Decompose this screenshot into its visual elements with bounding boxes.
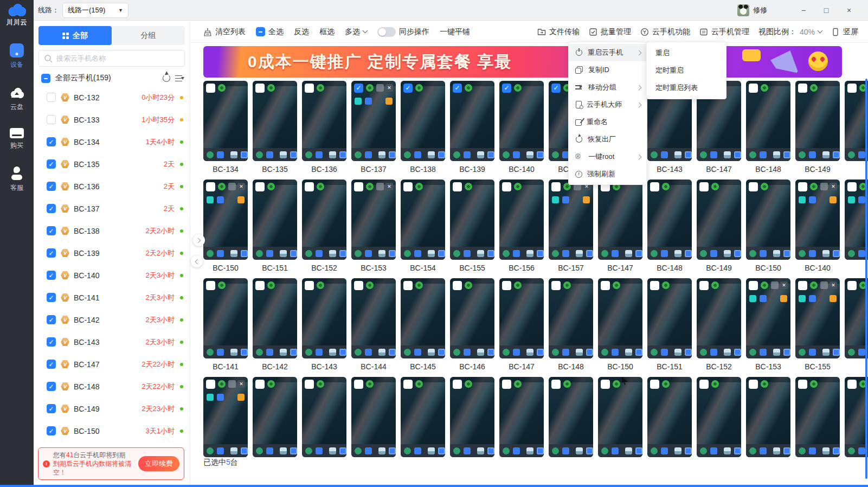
phone-thumbnail[interactable] (549, 377, 593, 457)
device-checkbox[interactable] (47, 360, 56, 369)
device-checkbox[interactable] (47, 93, 56, 102)
tab-all[interactable]: 全部 (38, 26, 112, 45)
cell-checkbox[interactable] (354, 380, 363, 389)
phone-thumbnail[interactable] (401, 377, 445, 457)
phone-thumbnail[interactable] (499, 180, 544, 260)
horizontal-scrollbar[interactable] (0, 485, 868, 487)
device-checkbox[interactable] (47, 404, 56, 413)
cell-checkbox[interactable] (749, 281, 758, 290)
phone-thumbnail[interactable] (450, 377, 494, 457)
cell-checkbox[interactable] (453, 84, 462, 93)
device-checkbox[interactable] (47, 182, 56, 191)
phone-thumbnail[interactable] (401, 278, 445, 358)
cell-checkbox[interactable] (403, 380, 413, 389)
close-icon[interactable]: ✕ (385, 84, 393, 92)
cell-checkbox[interactable] (749, 380, 758, 389)
phone-thumbnail[interactable]: ✕ (549, 180, 593, 260)
cell-checkbox[interactable] (502, 380, 511, 389)
phone-thumbnail[interactable] (697, 278, 741, 358)
device-list-item[interactable]: VBC-1472天22小时 (34, 353, 190, 375)
phone-thumbnail[interactable]: ✕ (351, 180, 396, 260)
cell-checkbox[interactable] (453, 182, 462, 191)
cell-checkbox[interactable] (255, 281, 265, 290)
cell-checkbox[interactable] (551, 380, 561, 389)
sync-toggle[interactable] (377, 27, 396, 37)
phone-thumbnail[interactable] (598, 377, 642, 457)
device-checkbox[interactable] (47, 293, 56, 302)
device-list-item[interactable]: VBC-1362天 (34, 175, 190, 197)
select-all-checkbox[interactable] (41, 74, 50, 83)
cell-checkbox[interactable] (305, 182, 314, 191)
invert-select-button[interactable]: 反选 (294, 27, 309, 37)
close-icon[interactable]: ✕ (385, 183, 393, 190)
device-list-item[interactable]: VBC-1320小时23分 (34, 86, 190, 108)
cell-checkbox[interactable] (601, 281, 610, 290)
phone-thumbnail[interactable] (450, 81, 494, 161)
close-button[interactable]: × (838, 6, 860, 15)
phone-thumbnail[interactable] (499, 278, 544, 358)
cell-checkbox[interactable] (699, 281, 709, 290)
menu-item[interactable]: 一键root (569, 148, 646, 165)
cell-checkbox[interactable] (354, 182, 363, 191)
device-checkbox[interactable] (47, 337, 56, 347)
device-checkbox[interactable] (47, 248, 56, 258)
cell-checkbox[interactable] (403, 182, 413, 191)
device-checkbox[interactable] (47, 204, 56, 213)
phone-thumbnail[interactable] (253, 278, 297, 358)
cell-checkbox[interactable] (403, 281, 413, 290)
submenu-item[interactable]: 重启 (647, 44, 726, 62)
phone-thumbnail[interactable] (845, 180, 868, 260)
phone-thumbnail[interactable] (697, 180, 741, 260)
cell-checkbox[interactable] (502, 281, 511, 290)
cell-checkbox[interactable] (453, 281, 462, 290)
phone-thumbnail[interactable] (351, 377, 396, 457)
tile-button[interactable]: 一键平铺 (440, 27, 470, 37)
device-list-item[interactable]: VBC-1352天 (34, 153, 190, 175)
device-checkbox[interactable] (47, 426, 56, 435)
device-list-item[interactable]: VBC-1503天1小时 (34, 420, 190, 442)
cell-checkbox[interactable] (502, 182, 511, 191)
phone-thumbnail[interactable] (795, 81, 840, 161)
phone-thumbnail[interactable]: ✕ (746, 278, 790, 358)
close-icon[interactable]: ✕ (237, 183, 245, 190)
phone-thumbnail[interactable] (401, 180, 445, 260)
phone-thumbnail[interactable]: ✕ (795, 278, 840, 358)
sidebar-item-support[interactable]: 客服 (10, 166, 24, 193)
portrait-button[interactable]: 竖屏 (831, 27, 858, 37)
phone-thumbnail[interactable] (253, 81, 297, 161)
cell-checkbox[interactable] (798, 281, 807, 290)
device-list-item[interactable]: VBC-1492天23小时 (34, 398, 190, 420)
menu-item[interactable]: 强制刷新 (569, 165, 646, 183)
cell-checkbox[interactable] (749, 182, 758, 191)
phone-thumbnail[interactable] (351, 278, 396, 358)
device-list-item[interactable]: VBC-1331小时35分 (34, 108, 190, 131)
file-transfer-button[interactable]: 文件传输 (537, 27, 580, 37)
phone-thumbnail[interactable] (549, 278, 593, 358)
promo-banner[interactable]: 0成本一键推广 定制专属套餐 享最 (203, 46, 842, 78)
phone-thumbnail[interactable] (795, 377, 840, 457)
phone-thumbnail[interactable] (697, 377, 741, 457)
renew-button[interactable]: 立即续费 (138, 456, 179, 471)
phone-features-button[interactable]: 云手机功能 (640, 27, 690, 37)
cell-checkbox[interactable] (255, 182, 265, 191)
cell-checkbox[interactable] (206, 182, 215, 191)
phone-thumbnail[interactable] (302, 278, 346, 358)
line-select[interactable]: 线路一(159) ▼ (62, 3, 128, 18)
phone-thumbnail[interactable] (746, 81, 790, 161)
phone-manage-button[interactable]: 云手机管理 (699, 27, 749, 37)
menu-item[interactable]: 重启云手机 (569, 44, 646, 61)
vertical-scrollbar[interactable] (865, 79, 867, 479)
cell-checkbox[interactable] (305, 380, 314, 389)
clear-list-button[interactable]: 清空列表 (203, 27, 246, 37)
device-list-item[interactable]: VBC-1402天3小时 (34, 264, 190, 286)
expand-panel-button[interactable] (193, 234, 205, 246)
close-icon[interactable]: ✕ (237, 380, 245, 388)
cell-checkbox[interactable] (847, 84, 857, 93)
phone-thumbnail[interactable] (746, 180, 790, 260)
zoom-ratio-control[interactable]: 视图比例： 40% (758, 27, 822, 37)
phone-thumbnail[interactable] (401, 81, 445, 161)
menu-item[interactable]: 重命名 (569, 113, 646, 131)
menu-item[interactable]: 云手机大师 (569, 96, 646, 113)
phone-thumbnail[interactable] (598, 180, 642, 260)
sort-icon[interactable] (175, 75, 183, 82)
